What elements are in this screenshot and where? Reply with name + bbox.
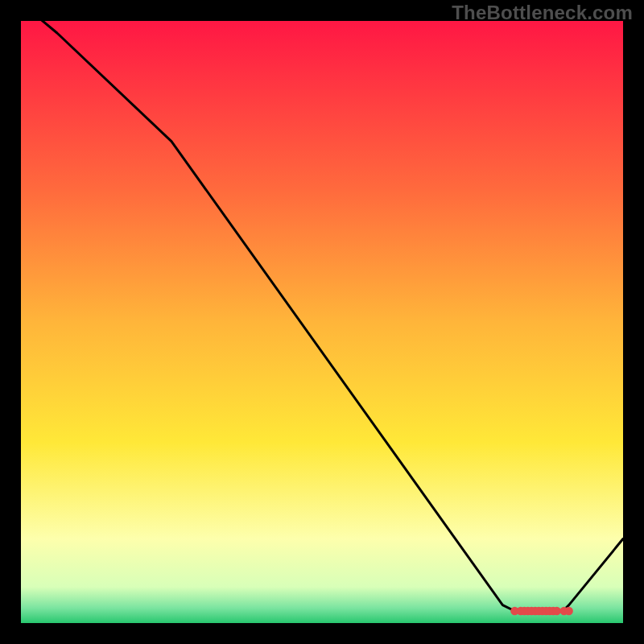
- optimal-markers: [510, 607, 573, 615]
- plot-frame: [21, 21, 623, 623]
- gradient-background: [21, 21, 623, 623]
- optimal-marker: [553, 607, 561, 615]
- chart-root: TheBottleneck.com: [0, 0, 644, 644]
- plot-svg: [21, 21, 623, 623]
- optimal-marker: [565, 607, 573, 615]
